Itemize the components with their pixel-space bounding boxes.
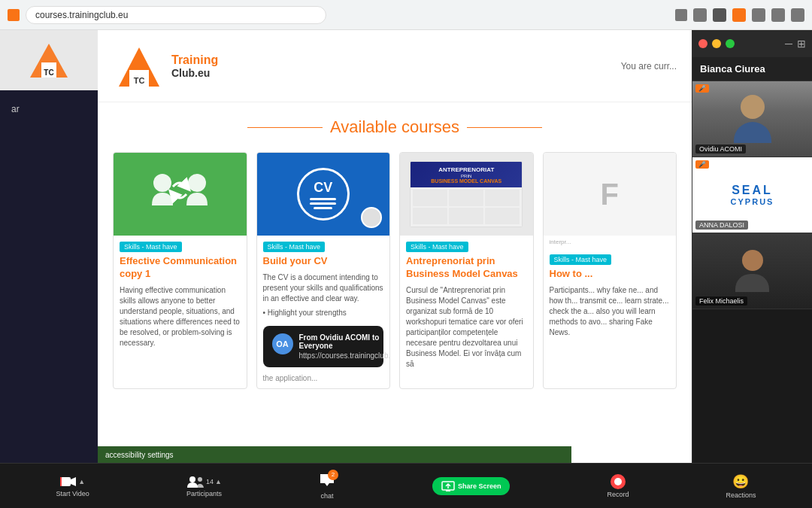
svg-rect-8 (61, 477, 71, 486)
course-title-antr[interactable]: Antreprenoriat prin Business Model Canva… (400, 255, 533, 285)
course-title-howto[interactable]: How to ... (544, 268, 677, 285)
share-screen-tool[interactable]: Share Screen (432, 477, 511, 495)
zoom-close-btn[interactable] (698, 39, 707, 48)
ovidiu-head (741, 95, 765, 119)
tc-logo: TC Training Club.eu (113, 41, 218, 90)
seal-logo-text: SEAL (732, 184, 773, 197)
record-tool[interactable]: Record (607, 474, 629, 498)
chat-badge: 2 (328, 470, 338, 480)
tc-header-right: You are curr... (621, 61, 677, 71)
felix-body (735, 274, 769, 292)
course-desc-cv-extra: the application... (257, 373, 390, 388)
ovidiu-body (734, 122, 771, 143)
antr-img-title: ANTREPRENORIAT (438, 166, 494, 174)
course-badge-antr: Skills - Mast have (406, 242, 468, 252)
share-screen-icon (441, 481, 455, 491)
start-video-tool[interactable]: ▲ Start Video (56, 475, 89, 497)
course-bullet-cv: • Highlight your strengths (257, 309, 390, 320)
anna-name-label: ANNA DALOSI (695, 221, 748, 230)
anna-badge: 🎤 (695, 160, 709, 169)
courses-section: Available courses (98, 102, 692, 404)
reactions-icon: 😀 (732, 473, 749, 490)
participants-tool[interactable]: 14 ▲ Participants (186, 475, 222, 497)
cv-line-3 (314, 207, 332, 209)
zoom-participant-felix: Felix Michaelis (692, 233, 812, 309)
course-thumb-communication (114, 153, 247, 236)
course-badge-communication: Skills - Mast have (120, 242, 182, 252)
browser-favicon (8, 9, 20, 21)
svg-rect-14 (446, 490, 450, 491)
courses-grid: Skills - Mast have Effective Communicati… (113, 152, 677, 389)
chat-content: From Ovidiu ACOMI to Everyone https://co… (299, 333, 391, 360)
svg-text:TC: TC (44, 68, 53, 77)
title-line-right (467, 127, 542, 128)
courses-title: Available courses (113, 117, 677, 137)
course-card-communication: Skills - Mast have Effective Communicati… (113, 152, 247, 389)
accessibility-bar[interactable]: accessibility settings (98, 446, 571, 463)
zoom-video-ovidiu: Ovidiu ACOMI 🎤 (692, 81, 812, 157)
participants-arrow: ▲ (215, 478, 222, 485)
record-icon (611, 474, 626, 489)
browser-icon-3[interactable] (713, 8, 726, 22)
participants-icon (186, 475, 205, 488)
sidebar-logo-icon: TC (26, 40, 71, 81)
cv-text: CV (314, 180, 332, 196)
svg-point-7 (188, 174, 206, 192)
course-card-antreprenoriat: ANTREPRENORIAT PRIN BUSINESS MODEL CANVA… (399, 152, 534, 389)
chat-avatar: OA (272, 333, 293, 354)
zoom-participants-list: Ovidiu ACOMI 🎤 SEAL CYPRUS ANNA DALOSI 🎤 (692, 81, 812, 490)
browser-icon-6[interactable] (771, 8, 785, 22)
course-title-communication[interactable]: Effective Communication copy 1 (114, 255, 247, 285)
participants-count-label: 14 (206, 478, 214, 485)
zoom-participant-anna: SEAL CYPRUS ANNA DALOSI 🎤 (692, 157, 812, 233)
course-desc-cv: The CV is a document intending to presen… (257, 272, 390, 309)
course-badge-howto: Skills - Mast have (550, 254, 612, 265)
record-label: Record (607, 491, 629, 498)
course-desc-howto: Participants... why fake ne... and how t… (544, 285, 677, 342)
zoom-min-btn[interactable] (712, 39, 721, 48)
start-video-label: Start Video (56, 490, 89, 497)
sidebar-nav-item-ar[interactable]: ar (0, 98, 98, 120)
cv-line-1 (310, 198, 336, 200)
share-screen-btn[interactable]: Share Screen (432, 477, 511, 495)
course-title-cv[interactable]: Build your CV (257, 255, 390, 272)
svg-text:TC: TC (134, 76, 145, 85)
zoom-top-icons: ─ ⊞ (785, 38, 806, 50)
antr-img-canvas: BUSINESS MODEL CANVAS (431, 178, 501, 184)
zoom-icon-grid[interactable]: ⊞ (797, 38, 806, 50)
record-inner-dot (614, 478, 622, 485)
course-thumb-howto: F (544, 153, 677, 236)
left-sidebar: TC ar (0, 30, 98, 508)
zoom-fullname: Bianca Ciurea (692, 57, 812, 81)
zoom-top-bar: ─ ⊞ (692, 30, 812, 57)
browser-icon-1[interactable] (675, 9, 687, 21)
cv-icon: CV (297, 168, 350, 221)
zoom-video-felix: Felix Michaelis (692, 233, 812, 309)
video-camera-icon (60, 475, 77, 488)
browser-icon-4[interactable] (732, 8, 746, 22)
browser-icon-2[interactable] (693, 8, 707, 22)
sidebar-logo-area: TC (0, 30, 98, 90)
title-line-left (247, 127, 323, 128)
browser-icons (675, 8, 804, 22)
video-arrow: ▲ (78, 478, 85, 485)
chat-icon-wrapper: 2 (319, 473, 335, 491)
zoom-icon-minus[interactable]: ─ (785, 38, 792, 50)
browser-icon-7[interactable] (791, 8, 804, 22)
chat-text[interactable]: https://courses.trainingclub.eu/ (299, 351, 391, 360)
reactions-tool[interactable]: 😀 Reactions (726, 473, 756, 499)
svg-point-11 (189, 476, 195, 482)
course-card-cv: CV Skills - Mast have Build your CV The … (256, 152, 391, 389)
svg-marker-9 (71, 477, 76, 486)
course-badge-cv: Skills - Mast have (263, 242, 326, 252)
chat-tool[interactable]: 2 chat (319, 473, 335, 500)
content-area: TC Training Club.eu You are curr... Avai… (98, 30, 692, 508)
reactions-label: Reactions (726, 491, 756, 499)
browser-icon-5[interactable] (752, 8, 765, 22)
course-desc-communication: Having effective communication skills al… (114, 285, 247, 353)
browser-url[interactable]: courses.trainingclub.eu (26, 6, 326, 24)
chat-notification: OA From Ovidiu ACOMI to Everyone https:/… (263, 326, 384, 367)
accessibility-text: accessibility settings (105, 451, 174, 459)
sidebar-nav: ar (0, 90, 98, 128)
zoom-max-btn[interactable] (726, 39, 735, 48)
